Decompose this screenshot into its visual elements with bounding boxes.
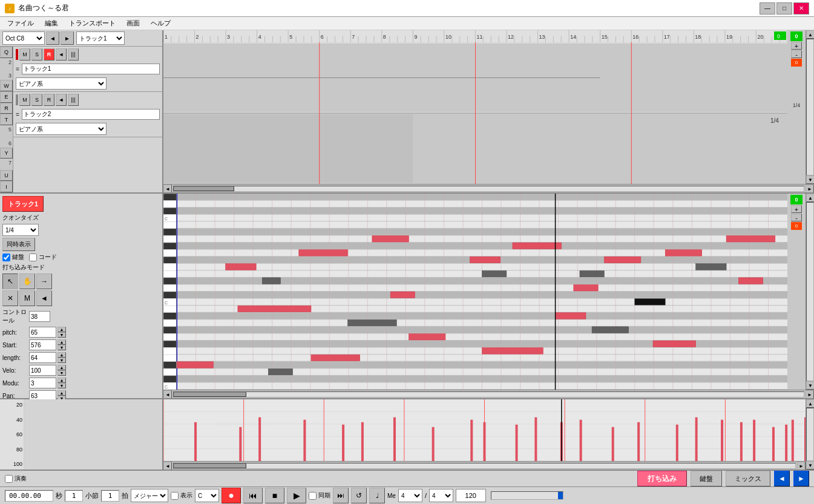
piano-roll-hscroll-left[interactable]: ◄	[163, 390, 172, 398]
velocity-hscroll-left[interactable]: ◄	[163, 462, 172, 470]
tool-arrow[interactable]: →	[36, 273, 52, 289]
track2-left-btn[interactable]: ◄	[56, 94, 67, 106]
start-input[interactable]	[29, 339, 56, 350]
track1-pattern-btn[interactable]: |||	[68, 48, 79, 61]
track1-left-btn[interactable]: ◄	[56, 48, 67, 61]
note-grid-area[interactable]	[177, 194, 787, 390]
key-e[interactable]: E	[0, 91, 13, 103]
tool-bend[interactable]: ◄	[36, 290, 52, 306]
ミックス-button[interactable]: ミックス	[726, 471, 770, 486]
piano-roll-track-button[interactable]: トラック1	[2, 196, 44, 212]
tool-m[interactable]: M	[19, 290, 35, 306]
oct-dropdown[interactable]: Oct C8	[2, 31, 45, 45]
menu-file[interactable]: ファイル	[2, 18, 39, 29]
velo-up[interactable]: ▲	[57, 365, 66, 370]
menu-transport[interactable]: トランスポート	[64, 18, 120, 29]
simultaneous-button[interactable]: 同時表示	[2, 238, 35, 251]
display-checkbox[interactable]	[171, 492, 179, 500]
ensou-check-label[interactable]: 演奏	[5, 474, 27, 483]
stop-button[interactable]: ■	[265, 488, 284, 503]
quantize-select[interactable]: 1/4	[2, 224, 39, 236]
velocity-grid-area[interactable]	[163, 399, 806, 461]
track-volume-minus[interactable]: -	[791, 50, 802, 58]
sync-checkbox[interactable]	[309, 492, 317, 500]
modu-down[interactable]: ▼	[57, 383, 66, 388]
track-hscroll-left[interactable]: ◄	[163, 185, 172, 192]
length-down[interactable]: ▼	[57, 358, 66, 363]
pan-up[interactable]: ▲	[57, 390, 66, 396]
chord-checkbox[interactable]	[29, 254, 37, 261]
loop-button[interactable]: ↺	[351, 488, 367, 503]
velocity-hscroll-thumb[interactable]	[174, 463, 246, 468]
metronome-button[interactable]: ♩	[369, 488, 385, 503]
fast-forward-button[interactable]: ⏭	[333, 488, 349, 503]
rewind-button[interactable]: ⏮	[243, 488, 263, 503]
track-hscroll-right[interactable]: ►	[806, 185, 814, 192]
keyboard-checkbox[interactable]	[2, 254, 10, 261]
oct-up-button[interactable]: ►	[61, 31, 74, 45]
key-t[interactable]: T	[0, 114, 13, 125]
track1-instrument-select[interactable]: ピアノ系	[16, 77, 107, 90]
key-y[interactable]: Y	[0, 148, 13, 159]
display-check-label[interactable]: 表示	[171, 491, 192, 500]
menu-help[interactable]: ヘルプ	[146, 18, 176, 29]
chord-check-label[interactable]: コード	[29, 253, 57, 261]
piano-roll-vol-plus[interactable]: +	[791, 205, 802, 213]
menu-edit[interactable]: 編集	[40, 18, 63, 29]
tempo-input[interactable]	[456, 489, 486, 502]
start-up[interactable]: ▲	[57, 339, 66, 345]
piano-roll-vscroll-down[interactable]: ▼	[806, 381, 814, 390]
velo-input[interactable]	[29, 365, 56, 376]
meter-num-select[interactable]: 4	[398, 489, 422, 502]
track-volume-plus[interactable]: +	[791, 42, 802, 50]
key-select[interactable]: メジャー	[131, 489, 168, 502]
velocity-canvas[interactable]	[163, 399, 806, 461]
pitch-down[interactable]: ▼	[57, 332, 66, 338]
track2-r-btn[interactable]: R	[44, 94, 54, 106]
打ち込み-button[interactable]: 打ち込み	[637, 471, 687, 486]
root-select[interactable]: C	[195, 489, 219, 502]
start-down[interactable]: ▼	[57, 345, 66, 350]
pitch-input[interactable]	[29, 327, 56, 338]
ensou-checkbox[interactable]	[5, 475, 13, 483]
track-vscroll-up[interactable]: ▲	[806, 30, 814, 39]
piano-roll-vol-minus[interactable]: -	[791, 214, 802, 221]
close-button[interactable]: ✕	[793, 2, 809, 15]
velocity-vscroll-up[interactable]: ▲	[806, 399, 814, 408]
track1-r-btn[interactable]: R	[44, 48, 54, 61]
oct-down-button[interactable]: ◄	[46, 31, 59, 45]
length-up[interactable]: ▲	[57, 352, 66, 358]
track2-name-input[interactable]	[22, 109, 160, 120]
maximize-button[interactable]: □	[776, 2, 792, 15]
sync-check-label[interactable]: 同期	[309, 491, 330, 500]
tool-cross[interactable]: ✕	[2, 290, 18, 306]
track1-name-input[interactable]	[22, 64, 160, 74]
modu-input[interactable]	[29, 378, 56, 388]
nav-left-button[interactable]: ◄	[774, 471, 790, 486]
meter-den-select[interactable]: 4	[429, 489, 453, 502]
record-button[interactable]: ●	[222, 488, 241, 503]
nav-right-button[interactable]: ►	[793, 471, 809, 486]
note-grid-canvas[interactable]	[177, 194, 787, 390]
piano-roll-vscroll-up[interactable]: ▲	[806, 194, 814, 202]
piano-roll-hscroll-thumb[interactable]	[174, 392, 246, 397]
key-r[interactable]: R	[0, 103, 13, 114]
key-q[interactable]: Q	[0, 47, 13, 58]
modu-up[interactable]: ▲	[57, 378, 66, 383]
track1-m-btn[interactable]: M	[19, 48, 30, 61]
key-w[interactable]: W	[0, 80, 13, 91]
tool-select[interactable]: ↖	[2, 273, 18, 289]
velocity-vscroll-down[interactable]: ▼	[806, 461, 814, 470]
track1-s-btn[interactable]: S	[31, 48, 42, 61]
control-input[interactable]	[29, 311, 50, 322]
menu-view[interactable]: 画面	[122, 18, 145, 29]
track2-m-btn[interactable]: M	[19, 94, 30, 106]
track2-s-btn[interactable]: S	[31, 94, 42, 106]
track2-pattern-btn[interactable]: |||	[68, 94, 79, 106]
key-u[interactable]: U	[0, 170, 13, 182]
key-i[interactable]: I	[0, 181, 13, 192]
minimize-button[interactable]: —	[760, 2, 775, 15]
track-vscroll-down[interactable]: ▼	[806, 175, 814, 184]
track2-instrument-select[interactable]: ピアノ系	[16, 123, 107, 135]
track1-dropdown[interactable]: トラック1	[76, 31, 125, 45]
